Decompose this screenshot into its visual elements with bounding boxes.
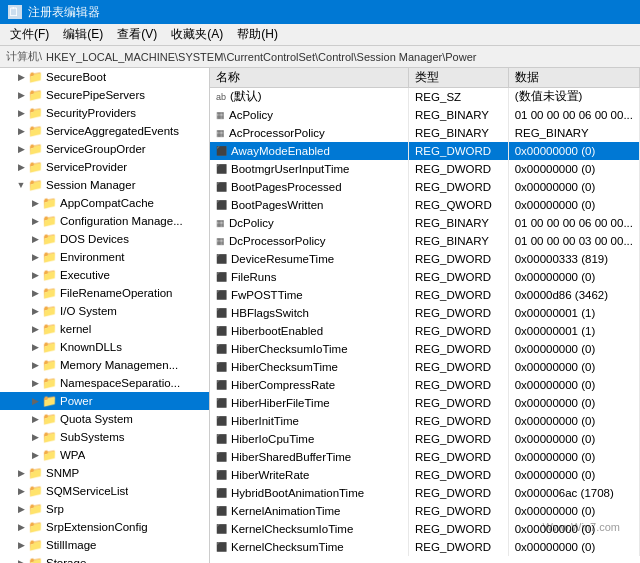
tree-item-serviceAggregated[interactable]: ▶📁ServiceAggregatedEvents [0,122,209,140]
registry-row[interactable]: ab(默认)REG_SZ(数值未设置) [210,88,640,106]
registry-row[interactable]: ⬛BootmgrUserInputTimeREG_DWORD0x00000000… [210,160,640,178]
tree-item-dosDevices[interactable]: ▶📁DOS Devices [0,230,209,248]
tree-toggle-icon[interactable]: ▶ [28,216,42,226]
tree-toggle-icon[interactable]: ▶ [28,198,42,208]
registry-row[interactable]: ⬛HybridBootAnimationTimeREG_DWORD0x00000… [210,484,640,502]
tree-toggle-icon[interactable]: ▶ [14,504,28,514]
registry-row[interactable]: ▦DcProcessorPolicyREG_BINARY01 00 00 00 … [210,232,640,250]
tree-toggle-icon[interactable]: ▼ [14,180,28,190]
menu-item[interactable]: 编辑(E) [57,24,109,45]
tree-toggle-icon[interactable]: ▶ [28,414,42,424]
tree-item-quotaSystem[interactable]: ▶📁Quota System [0,410,209,428]
tree-item-executive[interactable]: ▶📁Executive [0,266,209,284]
tree-item-srpExtConfig[interactable]: ▶📁SrpExtensionConfig [0,518,209,536]
registry-row[interactable]: ⬛HBFlagsSwitchREG_DWORD0x00000001 (1) [210,304,640,322]
tree-item-wpa[interactable]: ▶📁WPA [0,446,209,464]
tree-item-namespaceSep[interactable]: ▶📁NamespaceSeparatio... [0,374,209,392]
tree-item-appCompatCache[interactable]: ▶📁AppCompatCache [0,194,209,212]
tree-item-storage[interactable]: ▶📁Storage [0,554,209,563]
tree-item-sqlServiceList[interactable]: ▶📁SQMServiceList [0,482,209,500]
menu-item[interactable]: 收藏夹(A) [165,24,229,45]
tree-item-fileRenameOp[interactable]: ▶📁FileRenameOperation [0,284,209,302]
tree-item-securePipeServers[interactable]: ▶📁SecurePipeServers [0,86,209,104]
folder-icon: 📁 [28,484,43,498]
registry-row[interactable]: ⬛AwayModeEnabledREG_DWORD0x00000000 (0) [210,142,640,160]
tree-toggle-icon[interactable]: ▶ [28,360,42,370]
tree-item-serviceGroupOrder[interactable]: ▶📁ServiceGroupOrder [0,140,209,158]
registry-value-name: FileRuns [231,271,276,283]
menu-bar: 文件(F)编辑(E)查看(V)收藏夹(A)帮助(H) [0,24,640,46]
tree-toggle-icon[interactable]: ▶ [28,342,42,352]
registry-row[interactable]: ▦AcProcessorPolicyREG_BINARYREG_BINARY [210,124,640,142]
tree-toggle-icon[interactable]: ▶ [14,90,28,100]
tree-item-subSystems[interactable]: ▶📁SubSystems [0,428,209,446]
registry-row[interactable]: ⬛HiberIoCpuTimeREG_DWORD0x00000000 (0) [210,430,640,448]
tree-toggle-icon[interactable]: ▶ [14,126,28,136]
tree-panel[interactable]: ▶📁SecureBoot▶📁SecurePipeServers▶📁Securit… [0,68,210,563]
tree-item-io[interactable]: ▶📁I/O System [0,302,209,320]
registry-row[interactable]: ▦AcPolicyREG_BINARY01 00 00 00 06 00 00.… [210,106,640,124]
tree-item-snmp[interactable]: ▶📁SNMP [0,464,209,482]
tree-toggle-icon[interactable]: ▶ [14,540,28,550]
tree-item-environment[interactable]: ▶📁Environment [0,248,209,266]
app-icon: 🗒 [8,5,22,19]
tree-toggle-icon[interactable]: ▶ [14,72,28,82]
registry-row[interactable]: ⬛HiberCompressRateREG_DWORD0x00000000 (0… [210,376,640,394]
tree-item-sessionManager[interactable]: ▼📁Session Manager [0,176,209,194]
tree-item-configManager[interactable]: ▶📁Configuration Manage... [0,212,209,230]
tree-toggle-icon[interactable]: ▶ [28,270,42,280]
tree-item-memoryMgmt[interactable]: ▶📁Memory Managemen... [0,356,209,374]
registry-row[interactable]: ⬛DeviceResumeTimeREG_DWORD0x00000333 (81… [210,250,640,268]
registry-row[interactable]: ⬛FwPOSTTimeREG_DWORD0x0000d86 (3462) [210,286,640,304]
tree-item-stillImage[interactable]: ▶📁StillImage [0,536,209,554]
values-panel[interactable]: 名称 类型 数据 ab(默认)REG_SZ(数值未设置)▦AcPolicyREG… [210,68,640,563]
tree-item-securityProviders[interactable]: ▶📁SecurityProviders [0,104,209,122]
tree-toggle-icon[interactable]: ▶ [14,486,28,496]
registry-row[interactable]: ⬛KernelChecksumIoTimeREG_DWORD0x00000000… [210,520,640,538]
tree-item-power[interactable]: ▶📁Power [0,392,209,410]
tree-toggle-icon[interactable]: ▶ [28,306,42,316]
folder-icon: 📁 [42,286,57,300]
tree-toggle-icon[interactable]: ▶ [28,378,42,388]
registry-row[interactable]: ⬛HiberbootEnabledREG_DWORD0x00000001 (1) [210,322,640,340]
tree-item-label: KnownDLLs [60,341,122,353]
tree-toggle-icon[interactable]: ▶ [14,522,28,532]
registry-value-name: HiberInitTime [231,415,299,427]
menu-item[interactable]: 文件(F) [4,24,55,45]
tree-toggle-icon[interactable]: ▶ [28,324,42,334]
tree-item-knownDLLs[interactable]: ▶📁KnownDLLs [0,338,209,356]
tree-toggle-icon[interactable]: ▶ [28,432,42,442]
registry-row[interactable]: ⬛FileRunsREG_DWORD0x00000000 (0) [210,268,640,286]
registry-name-cell: ⬛BootmgrUserInputTime [210,160,409,178]
registry-row[interactable]: ⬛KernelChecksumTimeREG_DWORD0x00000000 (… [210,538,640,556]
tree-item-label: Power [60,395,93,407]
tree-item-serviceProvider[interactable]: ▶📁ServiceProvider [0,158,209,176]
registry-row[interactable]: ▦DcPolicyREG_BINARY01 00 00 00 06 00 00.… [210,214,640,232]
registry-row[interactable]: ⬛HiberWriteRateREG_DWORD0x00000000 (0) [210,466,640,484]
tree-item-kernel[interactable]: ▶📁kernel [0,320,209,338]
address-bar: 计算机\ HKEY_LOCAL_MACHINE\SYSTEM\CurrentCo… [0,46,640,68]
tree-toggle-icon[interactable]: ▶ [28,288,42,298]
tree-toggle-icon[interactable]: ▶ [14,468,28,478]
tree-item-srp[interactable]: ▶📁Srp [0,500,209,518]
registry-row[interactable]: ⬛BootPagesProcessedREG_DWORD0x00000000 (… [210,178,640,196]
tree-toggle-icon[interactable]: ▶ [14,558,28,563]
tree-toggle-icon[interactable]: ▶ [28,450,42,460]
tree-toggle-icon[interactable]: ▶ [14,144,28,154]
tree-toggle-icon[interactable]: ▶ [28,396,42,406]
registry-row[interactable]: ⬛HiberChecksumIoTimeREG_DWORD0x00000000 … [210,340,640,358]
registry-row[interactable]: ⬛HiberInitTimeREG_DWORD0x00000000 (0) [210,412,640,430]
registry-row[interactable]: ⬛BootPagesWrittenREG_QWORD0x00000000 (0) [210,196,640,214]
registry-row[interactable]: ⬛HiberSharedBufferTimeREG_DWORD0x0000000… [210,448,640,466]
tree-toggle-icon[interactable]: ▶ [28,252,42,262]
tree-toggle-icon[interactable]: ▶ [14,108,28,118]
registry-row[interactable]: ⬛HiberChecksumTimeREG_DWORD0x00000000 (0… [210,358,640,376]
menu-item[interactable]: 帮助(H) [231,24,284,45]
tree-item-secureBoot[interactable]: ▶📁SecureBoot [0,68,209,86]
tree-toggle-icon[interactable]: ▶ [14,162,28,172]
folder-icon: 📁 [42,340,57,354]
menu-item[interactable]: 查看(V) [111,24,163,45]
registry-row[interactable]: ⬛KernelAnimationTimeREG_DWORD0x00000000 … [210,502,640,520]
registry-row[interactable]: ⬛HiberHiberFileTimeREG_DWORD0x00000000 (… [210,394,640,412]
tree-toggle-icon[interactable]: ▶ [28,234,42,244]
